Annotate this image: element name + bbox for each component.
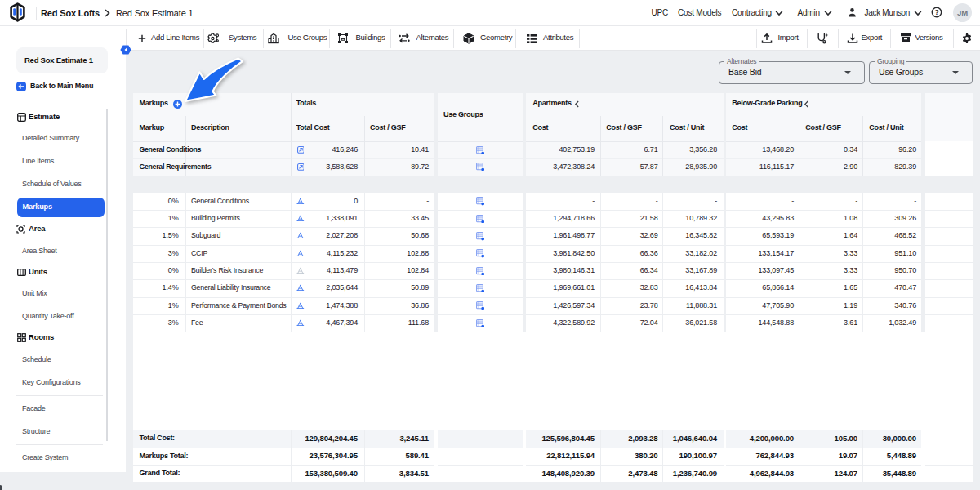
svg-text:?: ? [934, 8, 938, 16]
